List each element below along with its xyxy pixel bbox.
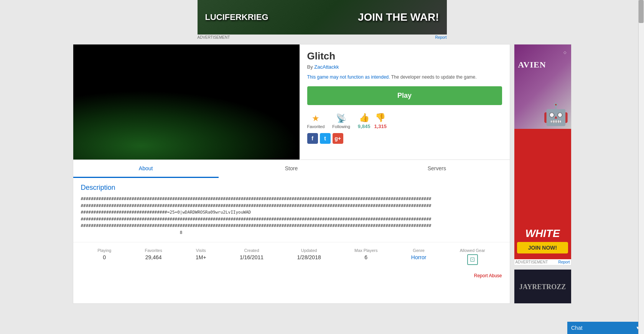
following-label: Following [332, 124, 350, 129]
thumb-up-icon: 👍 [359, 113, 369, 123]
avien-logo-text: AVIEN [518, 60, 546, 70]
game-warning-text: The developer needs to update the game. [390, 74, 477, 80]
top-ad-banner: LUCIFERKRIEG JOIN THE WAR! [198, 0, 447, 35]
sidebar-ad-2: JAYRETROZZ [514, 269, 572, 304]
vote-down-button[interactable]: 👎 1,315 [374, 113, 387, 129]
scrollbar-thumb[interactable] [639, 0, 644, 23]
maxplayers-value: 6 [354, 254, 378, 260]
stat-favorites: Favorites 29,464 [145, 248, 162, 265]
sidebar-white-text: WHITE [525, 228, 560, 239]
updated-value: 1/28/2018 [297, 254, 321, 260]
allowed-gear-icon: ⊡ [467, 254, 478, 265]
game-author-line: By ZacAttackk [307, 64, 502, 70]
maxplayers-label: Max Players [354, 248, 378, 253]
description-text: ########################################… [81, 196, 502, 236]
stat-maxplayers: Max Players 6 [354, 248, 378, 265]
twitter-button[interactable]: t [320, 133, 331, 144]
allowedgear-label: Allowed Gear [460, 248, 485, 253]
favorites-label: Favorites [145, 248, 162, 253]
top-ad-left-text: LUCIFERKRIEG [205, 12, 268, 22]
rss-icon: 📡 [336, 114, 346, 123]
tabs-container: About Store Servers [73, 160, 510, 178]
report-abuse-link[interactable]: Report Abuse [474, 273, 502, 278]
star-icon: ★ [312, 114, 320, 123]
tab-servers[interactable]: Servers [364, 160, 509, 178]
play-button[interactable]: Play [307, 86, 502, 105]
thumb-down-icon: 👎 [375, 113, 385, 123]
visits-label: Visits [196, 248, 206, 253]
stat-updated: Updated 1/28/2018 [297, 248, 321, 265]
genre-label: Genre [411, 248, 427, 253]
game-warning: This game may not function as intended. … [307, 74, 502, 81]
social-buttons: f t g+ [307, 133, 502, 144]
favorites-value: 29,464 [145, 254, 162, 260]
favorite-button[interactable]: ★ Favorited [307, 114, 325, 129]
sidebar-ad-1: ◇ AVIEN 🤖 WHITE JOIN NOW! ADVERTISEMENT … [514, 44, 572, 265]
created-value: 1/16/2011 [240, 254, 264, 260]
game-info-panel: Glitch By ZacAttackk This game may not f… [300, 44, 510, 160]
updated-label: Updated [297, 248, 321, 253]
game-author-link[interactable]: ZacAttackk [314, 64, 339, 70]
top-ad-label: ADVERTISEMENT [198, 35, 230, 39]
stats-row: Playing 0 Favorites 29,464 Visits 1M+ Cr… [73, 242, 510, 271]
tab-store[interactable]: Store [219, 160, 364, 178]
description-area: Description ############################… [73, 178, 510, 242]
genre-value[interactable]: Horror [411, 254, 427, 260]
playing-label: Playing [97, 248, 111, 253]
scrollbar[interactable] [638, 0, 644, 306]
sidebar-join-now[interactable]: JOIN NOW! [517, 242, 568, 253]
game-title: Glitch [307, 50, 502, 62]
tab-about[interactable]: About [73, 160, 219, 178]
favorite-label: Favorited [307, 124, 325, 129]
sidebar-ad2-text: JAYRETROZZ [519, 283, 566, 291]
stat-visits: Visits 1M+ [196, 248, 206, 265]
facebook-button[interactable]: f [307, 133, 318, 144]
sidebar: ◇ AVIEN 🤖 WHITE JOIN NOW! ADVERTISEMENT … [514, 44, 572, 304]
vote-up-count: 9,845 [358, 123, 371, 129]
description-title: Description [81, 184, 502, 192]
action-row: ★ Favorited 📡 Following 👍 9,845 👎 [307, 113, 502, 129]
stat-allowedgear: Allowed Gear ⊡ [460, 248, 485, 265]
playing-value: 0 [97, 254, 111, 260]
avien-robot-icon: 🤖 [543, 102, 569, 127]
sidebar-ad-label: ADVERTISEMENT [516, 260, 548, 264]
created-label: Created [240, 248, 264, 253]
stat-created: Created 1/16/2011 [240, 248, 264, 265]
vote-up-button[interactable]: 👍 9,845 [358, 113, 371, 129]
top-ad-right-text: JOIN THE WAR! [358, 11, 439, 23]
report-abuse-row: Report Abuse [73, 271, 510, 282]
top-ad-report[interactable]: Report [435, 35, 446, 39]
vote-down-count: 1,315 [374, 123, 387, 129]
google-plus-button[interactable]: g+ [333, 133, 343, 144]
game-thumbnail [73, 44, 300, 160]
votes-section: 👍 9,845 👎 1,315 [358, 113, 387, 129]
stat-playing: Playing 0 [97, 248, 111, 265]
sidebar-ad-report[interactable]: Report [558, 260, 570, 264]
stat-genre: Genre Horror [411, 248, 427, 265]
game-warning-link[interactable]: This game may not function as intended. [307, 74, 390, 80]
visits-value: 1M+ [196, 254, 206, 260]
following-button[interactable]: 📡 Following [332, 114, 350, 129]
